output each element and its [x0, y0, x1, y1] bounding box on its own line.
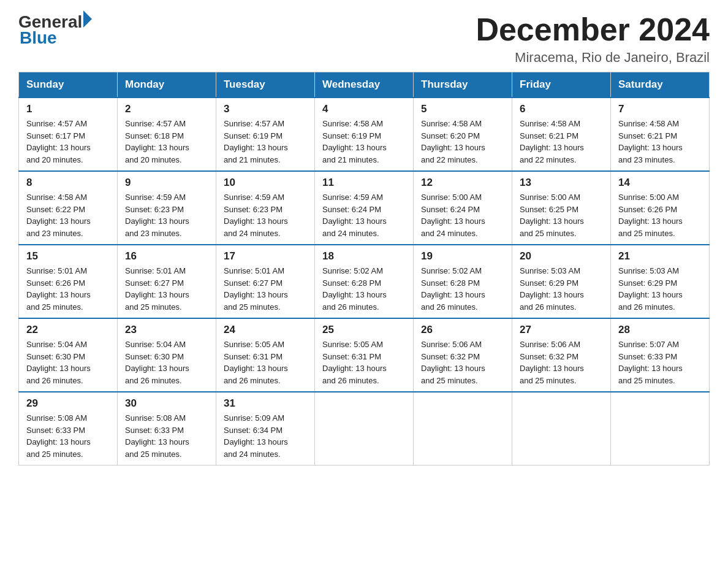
- day-number: 28: [618, 324, 702, 336]
- day-number: 24: [224, 324, 307, 336]
- day-number: 14: [618, 177, 702, 189]
- calendar-cell: 6 Sunrise: 4:58 AM Sunset: 6:21 PM Dayli…: [512, 98, 611, 171]
- day-info: Sunrise: 4:58 AM Sunset: 6:20 PM Dayligh…: [421, 118, 504, 166]
- header-sunday: Sunday: [19, 72, 118, 98]
- calendar-cell: 27 Sunrise: 5:06 AM Sunset: 6:32 PM Dayl…: [512, 318, 611, 392]
- day-number: 27: [520, 324, 603, 336]
- calendar-cell: 2 Sunrise: 4:57 AM Sunset: 6:18 PM Dayli…: [118, 98, 216, 171]
- day-info: Sunrise: 4:58 AM Sunset: 6:22 PM Dayligh…: [26, 191, 110, 239]
- day-number: 16: [125, 250, 208, 262]
- day-number: 10: [224, 177, 307, 189]
- day-info: Sunrise: 5:04 AM Sunset: 6:30 PM Dayligh…: [125, 339, 208, 386]
- day-info: Sunrise: 5:09 AM Sunset: 6:34 PM Dayligh…: [224, 412, 307, 460]
- day-number: 17: [224, 250, 307, 262]
- day-info: Sunrise: 5:03 AM Sunset: 6:29 PM Dayligh…: [618, 265, 702, 313]
- day-number: 22: [26, 324, 110, 336]
- calendar-cell: 4 Sunrise: 4:58 AM Sunset: 6:19 PM Dayli…: [315, 98, 414, 171]
- calendar-cell: 31 Sunrise: 5:09 AM Sunset: 6:34 PM Dayl…: [216, 392, 315, 465]
- calendar-cell: 13 Sunrise: 5:00 AM Sunset: 6:25 PM Dayl…: [512, 171, 611, 245]
- calendar-cell: 26 Sunrise: 5:06 AM Sunset: 6:32 PM Dayl…: [414, 318, 512, 392]
- calendar-cell: 7 Sunrise: 4:58 AM Sunset: 6:21 PM Dayli…: [611, 98, 710, 171]
- calendar-cell: 17 Sunrise: 5:01 AM Sunset: 6:27 PM Dayl…: [216, 245, 315, 318]
- day-number: 15: [26, 250, 110, 262]
- calendar-cell: 5 Sunrise: 4:58 AM Sunset: 6:20 PM Dayli…: [414, 98, 512, 171]
- day-info: Sunrise: 5:07 AM Sunset: 6:33 PM Dayligh…: [618, 339, 702, 386]
- week-row-1: 1 Sunrise: 4:57 AM Sunset: 6:17 PM Dayli…: [19, 98, 710, 171]
- calendar-cell: 24 Sunrise: 5:05 AM Sunset: 6:31 PM Dayl…: [216, 318, 315, 392]
- day-number: 12: [421, 177, 504, 189]
- day-info: Sunrise: 5:08 AM Sunset: 6:33 PM Dayligh…: [125, 412, 208, 460]
- week-row-4: 22 Sunrise: 5:04 AM Sunset: 6:30 PM Dayl…: [19, 318, 710, 392]
- calendar-header: SundayMondayTuesdayWednesdayThursdayFrid…: [19, 72, 710, 98]
- day-info: Sunrise: 4:59 AM Sunset: 6:24 PM Dayligh…: [322, 191, 406, 239]
- calendar-cell: 23 Sunrise: 5:04 AM Sunset: 6:30 PM Dayl…: [118, 318, 216, 392]
- calendar-cell: 12 Sunrise: 5:00 AM Sunset: 6:24 PM Dayl…: [414, 171, 512, 245]
- day-info: Sunrise: 5:02 AM Sunset: 6:28 PM Dayligh…: [421, 265, 504, 313]
- day-info: Sunrise: 4:58 AM Sunset: 6:21 PM Dayligh…: [618, 118, 702, 166]
- day-info: Sunrise: 4:57 AM Sunset: 6:17 PM Dayligh…: [26, 118, 110, 166]
- logo-triangle-icon: [83, 10, 92, 28]
- header-thursday: Thursday: [414, 72, 512, 98]
- day-info: Sunrise: 5:05 AM Sunset: 6:31 PM Dayligh…: [224, 339, 307, 386]
- day-info: Sunrise: 5:02 AM Sunset: 6:28 PM Dayligh…: [322, 265, 406, 313]
- day-info: Sunrise: 5:01 AM Sunset: 6:27 PM Dayligh…: [125, 265, 208, 313]
- day-info: Sunrise: 5:08 AM Sunset: 6:33 PM Dayligh…: [26, 412, 110, 460]
- calendar-cell: 25 Sunrise: 5:05 AM Sunset: 6:31 PM Dayl…: [315, 318, 414, 392]
- day-info: Sunrise: 5:05 AM Sunset: 6:31 PM Dayligh…: [322, 339, 406, 386]
- day-info: Sunrise: 5:06 AM Sunset: 6:32 PM Dayligh…: [421, 339, 504, 386]
- day-info: Sunrise: 4:58 AM Sunset: 6:19 PM Dayligh…: [322, 118, 406, 166]
- week-row-5: 29 Sunrise: 5:08 AM Sunset: 6:33 PM Dayl…: [19, 392, 710, 465]
- day-number: 9: [125, 177, 208, 189]
- calendar-cell: 8 Sunrise: 4:58 AM Sunset: 6:22 PM Dayli…: [19, 171, 118, 245]
- day-info: Sunrise: 4:57 AM Sunset: 6:18 PM Dayligh…: [125, 118, 208, 166]
- day-number: 3: [224, 103, 307, 115]
- location-subtitle: Miracema, Rio de Janeiro, Brazil: [476, 50, 710, 66]
- logo-blue-text: Blue: [20, 28, 57, 48]
- day-info: Sunrise: 4:57 AM Sunset: 6:19 PM Dayligh…: [224, 118, 307, 166]
- calendar-cell: 9 Sunrise: 4:59 AM Sunset: 6:23 PM Dayli…: [118, 171, 216, 245]
- day-info: Sunrise: 5:00 AM Sunset: 6:24 PM Dayligh…: [421, 191, 504, 239]
- header-row: SundayMondayTuesdayWednesdayThursdayFrid…: [19, 72, 710, 98]
- calendar-cell: 29 Sunrise: 5:08 AM Sunset: 6:33 PM Dayl…: [19, 392, 118, 465]
- title-area: December 2024 Miracema, Rio de Janeiro, …: [476, 12, 710, 66]
- calendar-cell: 15 Sunrise: 5:01 AM Sunset: 6:26 PM Dayl…: [19, 245, 118, 318]
- header-monday: Monday: [118, 72, 216, 98]
- calendar-body: 1 Sunrise: 4:57 AM Sunset: 6:17 PM Dayli…: [19, 98, 710, 465]
- calendar-cell: 19 Sunrise: 5:02 AM Sunset: 6:28 PM Dayl…: [414, 245, 512, 318]
- month-title: December 2024: [476, 12, 710, 47]
- calendar-cell: 21 Sunrise: 5:03 AM Sunset: 6:29 PM Dayl…: [611, 245, 710, 318]
- day-number: 4: [322, 103, 406, 115]
- header-saturday: Saturday: [611, 72, 710, 98]
- calendar-cell: 14 Sunrise: 5:00 AM Sunset: 6:26 PM Dayl…: [611, 171, 710, 245]
- page-header: General Blue December 2024 Miracema, Rio…: [18, 12, 710, 66]
- day-number: 21: [618, 250, 702, 262]
- calendar-cell: 1 Sunrise: 4:57 AM Sunset: 6:17 PM Dayli…: [19, 98, 118, 171]
- day-info: Sunrise: 5:01 AM Sunset: 6:27 PM Dayligh…: [224, 265, 307, 313]
- day-info: Sunrise: 5:06 AM Sunset: 6:32 PM Dayligh…: [520, 339, 603, 386]
- day-info: Sunrise: 5:00 AM Sunset: 6:26 PM Dayligh…: [618, 191, 702, 239]
- day-number: 30: [125, 397, 208, 410]
- calendar-cell: 3 Sunrise: 4:57 AM Sunset: 6:19 PM Dayli…: [216, 98, 315, 171]
- calendar-cell: 10 Sunrise: 4:59 AM Sunset: 6:23 PM Dayl…: [216, 171, 315, 245]
- calendar-cell: 20 Sunrise: 5:03 AM Sunset: 6:29 PM Dayl…: [512, 245, 611, 318]
- day-number: 2: [125, 103, 208, 115]
- logo: General Blue: [18, 12, 92, 48]
- day-number: 6: [520, 103, 603, 115]
- day-number: 18: [322, 250, 406, 262]
- header-wednesday: Wednesday: [315, 72, 414, 98]
- calendar-cell: [414, 392, 512, 465]
- calendar-cell: 28 Sunrise: 5:07 AM Sunset: 6:33 PM Dayl…: [611, 318, 710, 392]
- day-number: 20: [520, 250, 603, 262]
- day-info: Sunrise: 5:00 AM Sunset: 6:25 PM Dayligh…: [520, 191, 603, 239]
- day-number: 19: [421, 250, 504, 262]
- calendar-cell: 18 Sunrise: 5:02 AM Sunset: 6:28 PM Dayl…: [315, 245, 414, 318]
- week-row-2: 8 Sunrise: 4:58 AM Sunset: 6:22 PM Dayli…: [19, 171, 710, 245]
- day-number: 1: [26, 103, 110, 115]
- week-row-3: 15 Sunrise: 5:01 AM Sunset: 6:26 PM Dayl…: [19, 245, 710, 318]
- day-info: Sunrise: 5:01 AM Sunset: 6:26 PM Dayligh…: [26, 265, 110, 313]
- calendar-table: SundayMondayTuesdayWednesdayThursdayFrid…: [18, 72, 710, 465]
- day-info: Sunrise: 5:03 AM Sunset: 6:29 PM Dayligh…: [520, 265, 603, 313]
- calendar-cell: 30 Sunrise: 5:08 AM Sunset: 6:33 PM Dayl…: [118, 392, 216, 465]
- calendar-cell: 16 Sunrise: 5:01 AM Sunset: 6:27 PM Dayl…: [118, 245, 216, 318]
- day-number: 29: [26, 397, 110, 410]
